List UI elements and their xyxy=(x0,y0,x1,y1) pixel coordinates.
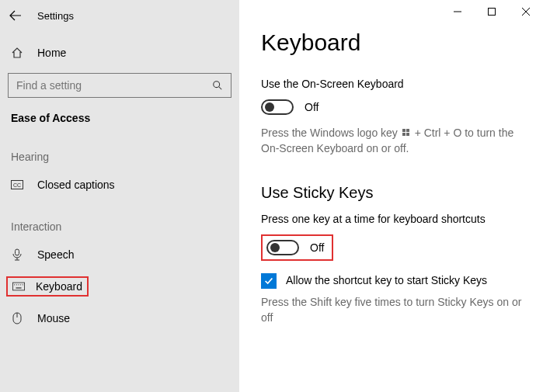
svg-rect-10 xyxy=(16,287,21,288)
sticky-shortcut-checkbox[interactable] xyxy=(261,273,277,289)
svg-rect-4 xyxy=(12,283,24,290)
sticky-toggle[interactable] xyxy=(266,240,299,255)
svg-rect-14 xyxy=(489,9,496,16)
category-title: Ease of Access xyxy=(0,98,239,130)
closed-captions-icon: CC xyxy=(11,180,23,189)
search-icon xyxy=(212,80,223,91)
home-nav[interactable]: Home xyxy=(0,39,239,67)
search-box[interactable] xyxy=(8,73,231,98)
keyboard-highlight: Keyboard xyxy=(6,276,89,297)
svg-point-7 xyxy=(18,284,19,285)
sidebar-item-label: Keyboard xyxy=(36,280,82,293)
page-heading: Keyboard xyxy=(261,29,543,56)
sidebar-item-label: Closed captions xyxy=(37,179,115,191)
svg-point-5 xyxy=(14,284,15,285)
sticky-heading: Use Sticky Keys xyxy=(261,184,543,202)
svg-text:CC: CC xyxy=(13,182,21,188)
group-hearing-label: Hearing xyxy=(0,130,239,169)
svg-point-9 xyxy=(23,284,23,285)
microphone-icon xyxy=(11,248,23,261)
sidebar-item-mouse[interactable]: Mouse xyxy=(0,303,239,334)
sticky-checkbox-label: Allow the shortcut key to start Sticky K… xyxy=(286,273,487,286)
sticky-label: Press one key at a time for keyboard sho… xyxy=(261,213,543,225)
titlebar: Settings xyxy=(0,0,239,31)
sticky-shortcut-row: Allow the shortcut key to start Sticky K… xyxy=(261,273,543,289)
svg-point-6 xyxy=(16,284,17,285)
sidebar-item-closed-captions[interactable]: CC Closed captions xyxy=(0,169,239,200)
sidebar-item-keyboard[interactable]: Keyboard xyxy=(0,270,239,303)
svg-point-0 xyxy=(214,82,220,88)
osk-toggle[interactable] xyxy=(261,99,294,115)
osk-hint: Press the Windows logo key + Ctrl + O to… xyxy=(261,126,543,156)
keyboard-icon xyxy=(12,282,25,291)
sidebar-item-speech[interactable]: Speech xyxy=(0,239,239,270)
home-label: Home xyxy=(37,47,66,59)
search-input[interactable] xyxy=(16,79,212,92)
sticky-hint: Press the Shift key five times to turn S… xyxy=(261,295,543,325)
home-icon xyxy=(11,47,23,59)
window-controls xyxy=(440,0,543,23)
close-button[interactable] xyxy=(509,0,543,23)
mouse-icon xyxy=(11,312,23,324)
sticky-toggle-highlight: Off xyxy=(261,234,333,261)
osk-state: Off xyxy=(305,101,318,113)
back-icon[interactable] xyxy=(9,9,22,22)
osk-toggle-row: Off xyxy=(261,99,543,115)
search-wrap xyxy=(0,67,239,98)
minimize-button[interactable] xyxy=(440,0,475,23)
sticky-state: Off xyxy=(310,241,324,254)
settings-sidebar: Settings Home Ease of Access Hearing CC … xyxy=(0,0,239,392)
maximize-button[interactable] xyxy=(475,0,509,23)
sidebar-item-label: Mouse xyxy=(37,312,70,324)
main-pane: Keyboard Use the On-Screen Keyboard Off … xyxy=(239,0,543,392)
sidebar-item-label: Speech xyxy=(37,248,74,261)
windows-logo-icon xyxy=(402,129,410,137)
osk-label: Use the On-Screen Keyboard xyxy=(261,78,543,90)
window-title: Settings xyxy=(37,10,74,22)
group-interaction-label: Interaction xyxy=(0,200,239,239)
osk-hint-pre: Press the Windows logo key xyxy=(261,127,401,139)
svg-point-8 xyxy=(20,284,21,285)
svg-rect-3 xyxy=(16,249,19,255)
